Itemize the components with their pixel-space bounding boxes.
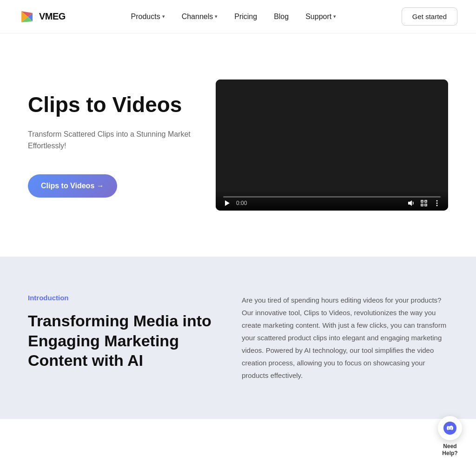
nav-item-pricing[interactable]: Pricing bbox=[234, 13, 257, 21]
chat-bubble-button[interactable] bbox=[438, 416, 462, 419]
navbar: VMEG Products ▾ Channels ▾ Pricing Blog bbox=[0, 0, 476, 33]
video-mute-button[interactable] bbox=[407, 199, 415, 207]
play-icon bbox=[223, 199, 231, 207]
chevron-down-icon: ▾ bbox=[162, 13, 165, 20]
intro-tag: Introduction bbox=[28, 294, 214, 302]
intro-left-col: Introduction Transforming Media into Eng… bbox=[28, 294, 214, 370]
nav-link-support[interactable]: Support ▾ bbox=[305, 13, 336, 21]
intro-right-col: Are you tired of spending hours editing … bbox=[242, 294, 448, 382]
svg-marker-4 bbox=[225, 200, 230, 206]
svg-point-10 bbox=[436, 200, 438, 201]
chevron-down-icon: ▾ bbox=[215, 13, 218, 20]
svg-marker-5 bbox=[408, 200, 412, 206]
nav-item-support[interactable]: Support ▾ bbox=[305, 13, 336, 21]
video-button-row: 0:00 bbox=[223, 199, 441, 207]
svg-point-11 bbox=[436, 202, 438, 204]
video-controls-bar: 0:00 bbox=[216, 191, 448, 211]
video-timestamp: 0:00 bbox=[236, 200, 247, 206]
vmeg-logo-icon bbox=[19, 8, 35, 25]
chevron-down-icon: ▾ bbox=[333, 13, 336, 20]
hero-subtitle: Transform Scattered Clips into a Stunnin… bbox=[28, 128, 195, 152]
chat-widget[interactable]: NeedHelp? bbox=[438, 416, 462, 419]
hero-text-block: Clips to Videos Transform Scattered Clip… bbox=[28, 93, 195, 198]
nav-item-channels[interactable]: Channels ▾ bbox=[182, 13, 218, 21]
nav-link-pricing[interactable]: Pricing bbox=[234, 13, 257, 21]
get-started-button[interactable]: Get started bbox=[402, 7, 457, 26]
nav-link-channels[interactable]: Channels ▾ bbox=[182, 13, 218, 21]
video-fullscreen-button[interactable] bbox=[420, 199, 428, 207]
brand-name: VMEG bbox=[39, 11, 66, 22]
svg-rect-6 bbox=[421, 200, 423, 202]
hero-video-player[interactable]: 0:00 bbox=[216, 79, 448, 210]
video-left-controls: 0:00 bbox=[223, 199, 247, 207]
nav-item-products[interactable]: Products ▾ bbox=[131, 13, 165, 21]
svg-rect-9 bbox=[425, 204, 427, 206]
svg-rect-8 bbox=[421, 204, 423, 206]
more-icon bbox=[433, 199, 441, 207]
nav-menu: Products ▾ Channels ▾ Pricing Blog Suppo… bbox=[131, 13, 336, 21]
video-right-controls bbox=[407, 199, 441, 207]
hero-cta-button[interactable]: Clips to Videos → bbox=[28, 174, 117, 198]
nav-link-products[interactable]: Products ▾ bbox=[131, 13, 165, 21]
logo-area: VMEG bbox=[19, 8, 66, 25]
video-more-button[interactable] bbox=[433, 199, 441, 207]
nav-item-blog[interactable]: Blog bbox=[274, 13, 289, 21]
fullscreen-icon bbox=[420, 199, 428, 207]
nav-link-blog[interactable]: Blog bbox=[274, 13, 289, 21]
svg-point-12 bbox=[436, 205, 438, 206]
intro-section: Introduction Transforming Media into Eng… bbox=[0, 257, 476, 419]
video-frame: 0:00 bbox=[216, 79, 448, 210]
volume-icon bbox=[407, 199, 415, 207]
svg-rect-7 bbox=[425, 200, 427, 202]
video-progress-bar[interactable] bbox=[223, 196, 441, 198]
video-play-button[interactable] bbox=[223, 199, 231, 207]
hero-section: Clips to Videos Transform Scattered Clip… bbox=[0, 33, 476, 257]
hero-title: Clips to Videos bbox=[28, 93, 195, 117]
intro-heading: Transforming Media into Engaging Marketi… bbox=[28, 311, 214, 370]
intro-body-text: Are you tired of spending hours editing … bbox=[242, 294, 448, 382]
